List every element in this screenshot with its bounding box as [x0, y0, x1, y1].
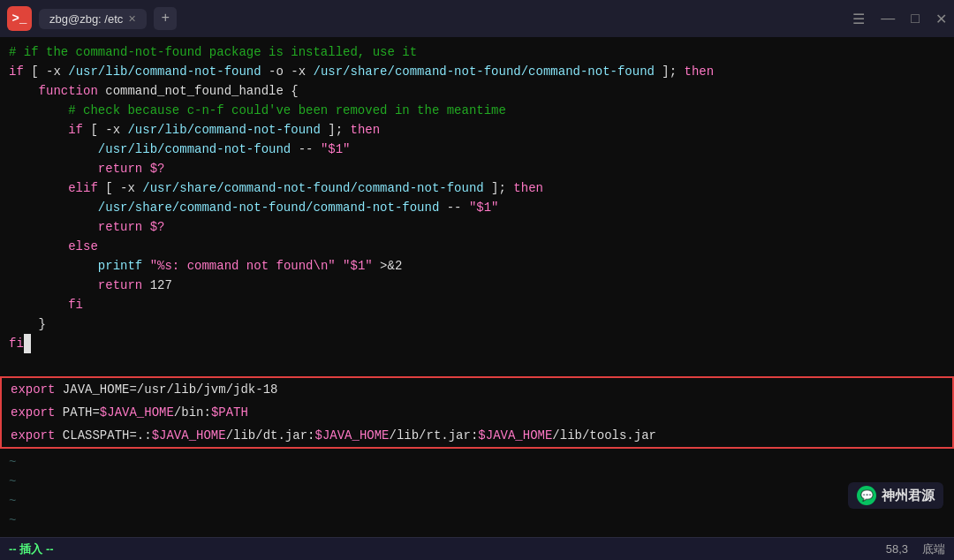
- code-text: }: [9, 314, 46, 334]
- code-line: /usr/share/command-not-found/command-not…: [0, 198, 954, 217]
- tilde-line: ~: [0, 530, 954, 537]
- code-text: >&2: [373, 256, 403, 276]
- code-line: [0, 353, 954, 373]
- code-editor: # if the command-not-found package is in…: [0, 37, 954, 537]
- watermark-text: 神州君源: [882, 488, 935, 504]
- code-text: /usr/lib/command-not-found: [98, 140, 291, 159]
- status-right: 58,3 底端: [886, 541, 945, 557]
- code-text: /bin:: [174, 402, 211, 423]
- code-text: [ -x: [24, 62, 68, 81]
- code-text: elif: [68, 178, 98, 198]
- code-text: [9, 295, 68, 314]
- code-text: -o -x: [261, 62, 314, 81]
- active-tab[interactable]: zbg@zbg: /etc ✕: [39, 9, 147, 29]
- tilde-line: ~: [0, 491, 954, 511]
- code-text: [9, 198, 98, 217]
- code-text: 127: [142, 276, 172, 295]
- code-line: if [ -x /usr/lib/command-not-found -o -x…: [0, 62, 954, 81]
- code-line: else: [0, 237, 954, 256]
- code-text: [9, 217, 98, 237]
- code-line: /usr/lib/command-not-found -- "$1": [0, 140, 954, 159]
- code-text: ];: [321, 120, 351, 140]
- code-text: "%s: command not found\n": [150, 256, 336, 276]
- code-text: [9, 140, 98, 159]
- code-text: /lib/tools.jar: [552, 425, 656, 446]
- code-text: [9, 159, 98, 178]
- code-text: [9, 101, 68, 120]
- cursor-position: 58,3: [886, 542, 908, 556]
- code-line: fi: [0, 334, 954, 353]
- code-text: JAVA_HOME=/usr/lib/jvm/jdk-18: [55, 379, 277, 400]
- minimize-button[interactable]: —: [881, 11, 895, 26]
- code-text: function: [39, 81, 98, 101]
- code-text: "$1": [469, 198, 499, 217]
- cursor: [24, 334, 31, 353]
- code-line: # check because c-n-f could've been remo…: [0, 101, 954, 120]
- code-text: /usr/share/command-not-found/command-not…: [142, 178, 483, 198]
- tilde-line: ~: [0, 511, 954, 530]
- watermark: 💬 神州君源: [848, 482, 943, 509]
- code-text: $JAVA_HOME: [100, 402, 174, 423]
- maximize-button[interactable]: □: [911, 11, 920, 26]
- new-tab-button[interactable]: +: [154, 7, 177, 30]
- export-line: export PATH=$JAVA_HOME/bin:$PATH: [2, 401, 952, 424]
- code-text: return: [98, 276, 142, 295]
- code-text: [142, 256, 149, 276]
- code-text: [9, 81, 39, 101]
- code-text: if: [68, 120, 83, 140]
- terminal-icon: >_: [7, 6, 32, 31]
- code-text: # if the command-not-found package is in…: [9, 42, 417, 62]
- code-line: return $?: [0, 159, 954, 178]
- code-text: CLASSPATH=.:: [55, 425, 151, 446]
- code-line: if [ -x /usr/lib/command-not-found ]; th…: [0, 120, 954, 140]
- code-text: $JAVA_HOME: [478, 425, 552, 446]
- window-controls: ☰ — □ ✕: [852, 11, 947, 27]
- code-text: [142, 159, 149, 178]
- code-text: [ -x: [98, 178, 142, 198]
- code-text: then: [513, 178, 543, 198]
- code-text: [336, 256, 343, 276]
- menu-button[interactable]: ☰: [852, 11, 865, 27]
- code-text: command_not_found_handle {: [98, 81, 299, 101]
- code-text: $JAVA_HOME: [314, 425, 389, 446]
- code-text: fi: [68, 295, 83, 314]
- code-text: export: [11, 425, 55, 446]
- status-left: -- 插入 --: [9, 541, 54, 557]
- code-line: return 127: [0, 276, 954, 295]
- close-button[interactable]: ✕: [935, 11, 947, 27]
- scroll-percent: 底端: [922, 541, 945, 557]
- code-text: [142, 217, 149, 237]
- code-line: # if the command-not-found package is in…: [0, 42, 954, 62]
- code-text: [9, 237, 68, 256]
- export-line: export CLASSPATH=.:$JAVA_HOME/lib/dt.jar…: [2, 424, 952, 447]
- code-text: export: [11, 379, 55, 400]
- export-line: export JAVA_HOME=/usr/lib/jvm/jdk-18: [2, 378, 952, 401]
- code-text: [9, 120, 68, 140]
- code-line: fi: [0, 295, 954, 314]
- code-text: [ -x: [83, 120, 127, 140]
- code-text: if: [9, 62, 24, 81]
- code-text: ];: [655, 62, 685, 81]
- code-text: $JAVA_HOME: [152, 425, 226, 446]
- code-text: --: [291, 140, 321, 159]
- code-text: then: [351, 120, 381, 140]
- code-line: }: [0, 314, 954, 334]
- code-text: /usr/share/command-not-found/command-not…: [98, 198, 439, 217]
- tab-close-button[interactable]: ✕: [128, 13, 136, 25]
- code-line: return $?: [0, 217, 954, 237]
- statusbar: -- 插入 -- 58,3 底端: [0, 537, 954, 560]
- export-block: export JAVA_HOME=/usr/lib/jvm/jdk-18 exp…: [0, 376, 954, 449]
- status-mode: -- 插入 --: [9, 541, 54, 557]
- tab-label: zbg@zbg: /etc: [49, 12, 123, 26]
- code-text: fi: [9, 334, 24, 353]
- code-text: "$1": [343, 256, 373, 276]
- code-text: /usr/lib/command-not-found: [127, 120, 320, 140]
- code-text: else: [68, 237, 98, 256]
- wechat-icon: 💬: [857, 486, 876, 505]
- code-line: function command_not_found_handle {: [0, 81, 954, 101]
- code-text: /lib/dt.jar:: [226, 425, 315, 446]
- code-text: "$1": [321, 140, 351, 159]
- code-text: $?: [150, 159, 165, 178]
- code-text: return: [98, 217, 142, 237]
- code-text: /usr/lib/command-not-found: [68, 62, 261, 81]
